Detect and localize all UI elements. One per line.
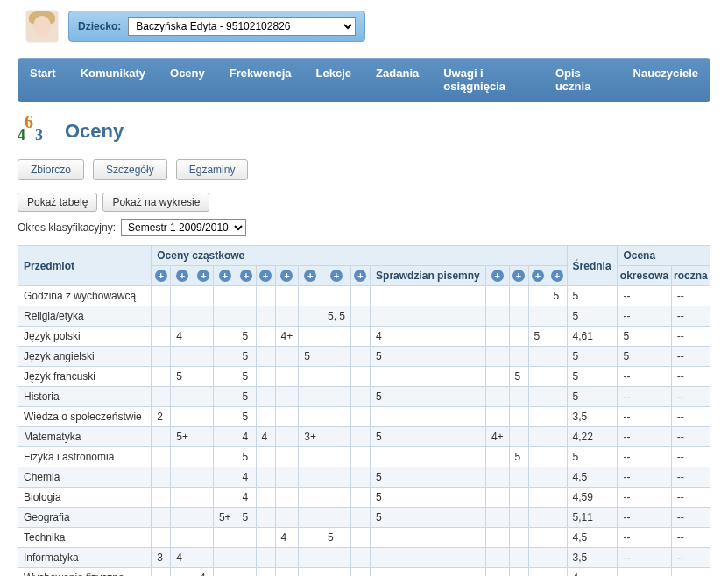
nav-nauczyciele[interactable]: Nauczyciele — [621, 58, 710, 102]
grade-cell — [350, 427, 370, 447]
grade-cell — [152, 286, 171, 306]
grade-cell — [299, 327, 322, 347]
period-select[interactable]: Semestr 1 2009/2010 — [121, 219, 246, 236]
plus-icon[interactable]: + — [551, 270, 563, 282]
plus-icon[interactable]: + — [240, 270, 252, 282]
grade-cell — [485, 488, 509, 508]
grade-cell — [485, 387, 509, 407]
plus-icon[interactable]: + — [259, 270, 272, 282]
average-cell: 4,22 — [567, 427, 618, 447]
grade-cell — [194, 508, 213, 528]
grade-cell — [171, 286, 194, 306]
add-grade-col-1[interactable]: + — [152, 266, 171, 286]
plus-icon[interactable]: + — [197, 270, 209, 282]
grade-cell — [213, 306, 237, 327]
grade-cell: 5 — [509, 447, 528, 467]
add-grade-col-3[interactable]: + — [194, 266, 213, 286]
grade-cell — [299, 528, 322, 548]
grade-cell — [350, 508, 370, 528]
add-grade-col-6[interactable]: + — [256, 266, 275, 286]
plus-icon[interactable]: + — [219, 270, 231, 282]
grade-cell — [548, 387, 567, 407]
grade-cell — [350, 347, 370, 367]
nav-start[interactable]: Start — [18, 58, 68, 102]
add-grade-col-13[interactable]: + — [528, 266, 548, 286]
plus-icon[interactable]: + — [330, 270, 343, 282]
add-grade-col-4[interactable]: + — [213, 266, 237, 286]
grade-cell: 5 — [528, 327, 548, 347]
grade-cell — [275, 548, 299, 568]
grade-cell — [485, 347, 509, 367]
tab-szczegoly[interactable]: Szczegóły — [93, 159, 167, 180]
grade-cell — [528, 548, 548, 568]
grade-cell: 5+ — [171, 427, 194, 447]
add-grade-col-5[interactable]: + — [237, 266, 256, 286]
grade-cell — [528, 367, 548, 387]
plus-icon[interactable]: + — [491, 270, 504, 282]
grade-cell: 5 — [237, 387, 256, 407]
subject-cell: Historia — [18, 387, 152, 407]
grade-cell — [275, 367, 299, 387]
nav-oceny[interactable]: Oceny — [158, 58, 217, 102]
subject-cell: Język angielski — [18, 347, 152, 367]
add-grade-col-9[interactable]: + — [322, 266, 350, 286]
plus-icon[interactable]: + — [155, 270, 167, 282]
grade-cell — [152, 387, 171, 407]
show-chart-button[interactable]: Pokaż na wykresie — [102, 193, 209, 212]
tab-zbiorczo[interactable]: Zbiorczo — [18, 159, 84, 180]
grade-cell — [237, 568, 256, 577]
nav-lekcje[interactable]: Lekcje — [304, 58, 364, 102]
plus-icon[interactable]: + — [532, 270, 544, 282]
add-grade-col-7[interactable]: + — [275, 266, 299, 286]
show-table-button[interactable]: Pokaż tabelę — [18, 193, 97, 212]
grade-cell — [509, 306, 528, 327]
grade-cell — [509, 508, 528, 528]
grade-cell — [485, 286, 509, 306]
grade-cell — [256, 508, 275, 528]
plus-icon[interactable]: + — [304, 270, 316, 282]
nav-komunikaty[interactable]: Komunikaty — [68, 58, 158, 102]
grade-cell — [194, 387, 213, 407]
nav-opis[interactable]: Opis ucznia — [543, 58, 621, 102]
grade-cell: 5 — [237, 407, 256, 427]
grade-cell — [548, 488, 567, 508]
subject-cell: Matematyka — [18, 427, 152, 447]
add-grade-col-12[interactable]: + — [509, 266, 528, 286]
plus-icon[interactable]: + — [280, 270, 293, 282]
grade-cell — [213, 467, 237, 488]
nav-zadania[interactable]: Zadania — [364, 58, 431, 102]
periodic-cell: -- — [618, 306, 671, 327]
add-grade-col-14[interactable]: + — [548, 266, 567, 286]
grade-cell — [256, 327, 275, 347]
add-grade-col-2[interactable]: + — [171, 266, 194, 286]
add-grade-col-10[interactable]: + — [350, 266, 370, 286]
grade-cell — [194, 427, 213, 447]
grade-cell — [528, 387, 548, 407]
plus-icon[interactable]: + — [176, 270, 188, 282]
grade-cell: 4 — [237, 467, 256, 488]
grade-cell — [528, 568, 548, 577]
plus-icon[interactable]: + — [354, 270, 366, 282]
grade-cell — [171, 508, 194, 528]
tab-egzaminy[interactable]: Egzaminy — [176, 159, 249, 180]
grade-cell — [171, 306, 194, 327]
grade-cell — [485, 407, 509, 427]
grade-cell — [256, 367, 275, 387]
nav-uwagi[interactable]: Uwagi i osiągnięcia — [431, 58, 543, 102]
plus-icon[interactable]: + — [512, 270, 525, 282]
grade-cell: 5+ — [213, 508, 237, 528]
grade-cell — [350, 387, 370, 407]
add-grade-col-8[interactable]: + — [299, 266, 322, 286]
grade-cell — [299, 488, 322, 508]
grade-cell — [171, 447, 194, 467]
add-grade-col-11[interactable]: + — [485, 266, 509, 286]
grades-icon: 643 — [18, 116, 56, 147]
child-select[interactable]: Baczyńska Edyta - 95102102826 — [128, 17, 356, 36]
grade-cell — [299, 548, 322, 568]
grade-cell — [528, 528, 548, 548]
grade-cell — [350, 306, 370, 327]
nav-frekwencja[interactable]: Frekwencja — [217, 58, 304, 102]
col-average: Średnia — [567, 246, 618, 286]
grade-cell — [256, 568, 275, 577]
grade-cell: 5 — [237, 327, 256, 347]
